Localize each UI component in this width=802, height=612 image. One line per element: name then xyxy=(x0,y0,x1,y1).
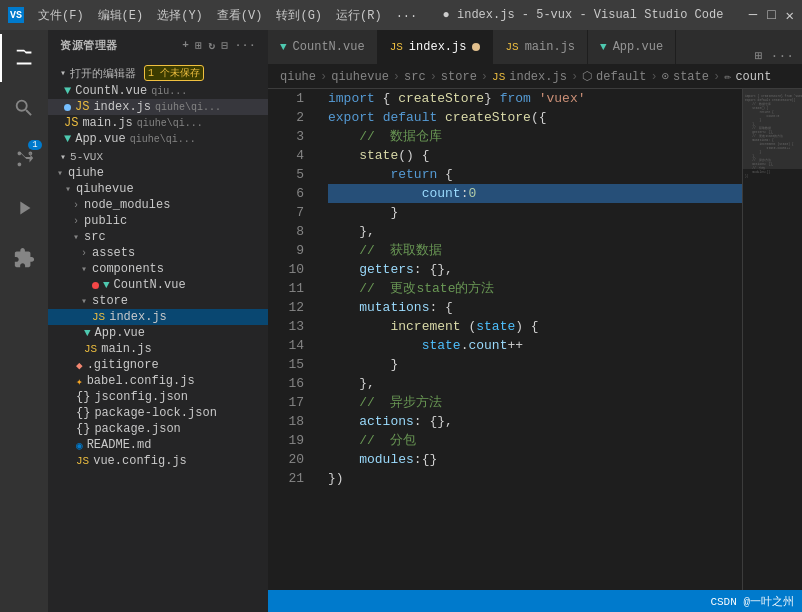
crumb-hexagon-icon: ⬡ xyxy=(582,69,592,84)
collapse-icon[interactable]: ⊟ xyxy=(222,39,229,52)
tree-package-lock[interactable]: {} package-lock.json xyxy=(48,405,268,421)
open-editors-section[interactable]: ▾ 打开的编辑器 1 个未保存 xyxy=(48,61,268,83)
project-section[interactable]: ▾ 5-VUX xyxy=(48,147,268,165)
tree-assets[interactable]: › assets xyxy=(48,245,268,261)
crumb-qiuhevue[interactable]: qiuhevue xyxy=(331,70,389,84)
tab-label-main: main.js xyxy=(525,40,575,54)
crumb-js-icon: JS xyxy=(492,71,505,83)
tab-icon-index: JS xyxy=(390,41,403,53)
menu-edit[interactable]: 编辑(E) xyxy=(98,7,144,24)
menu-view[interactable]: 查看(V) xyxy=(217,7,263,24)
prop-actions: actions xyxy=(359,412,414,431)
crumb-index-js[interactable]: index.js xyxy=(509,70,567,84)
tree-vue-config[interactable]: JS vue.config.js xyxy=(48,453,268,469)
tabs-more[interactable]: ⊞ ··· xyxy=(747,48,802,64)
window-controls[interactable]: ─ □ ✕ xyxy=(749,7,794,24)
menu-select[interactable]: 选择(Y) xyxy=(157,7,203,24)
kw-from: from xyxy=(500,89,531,108)
tree-babel[interactable]: ✦ babel.config.js xyxy=(48,373,268,389)
menu-bar[interactable]: 文件(F) 编辑(E) 选择(Y) 查看(V) 转到(G) 运行(R) ... xyxy=(38,7,417,24)
minimize-button[interactable]: ─ xyxy=(749,7,757,24)
ln-2: 2 xyxy=(268,108,304,127)
tree-countn-vue[interactable]: ▼ CountN.vue xyxy=(48,277,268,293)
new-file-icon[interactable]: + xyxy=(182,39,189,52)
crumb-src[interactable]: src xyxy=(404,70,426,84)
tree-readme[interactable]: ◉ README.md xyxy=(48,437,268,453)
tabs-more-icon[interactable]: ··· xyxy=(771,49,794,64)
watermark: CSDN @一叶之州 xyxy=(710,594,794,609)
code-line-4: state() { xyxy=(328,146,742,165)
crumb-store[interactable]: store xyxy=(441,70,477,84)
split-editor-icon[interactable]: ⊞ xyxy=(755,48,763,64)
close-button[interactable]: ✕ xyxy=(786,7,794,24)
ln-3: 3 xyxy=(268,127,304,146)
tree-app-vue[interactable]: ▼ App.vue xyxy=(48,325,268,341)
js-icon-main: JS xyxy=(84,343,97,355)
tree-index-js[interactable]: JS index.js xyxy=(48,309,268,325)
open-file-app-vue[interactable]: ▼ App.vue qiuhe\qi... xyxy=(48,131,268,147)
code-line-5: return { xyxy=(328,165,742,184)
activity-explorer[interactable] xyxy=(0,34,48,82)
tree-qiuhe[interactable]: ▾ qiuhe xyxy=(48,165,268,181)
activity-run[interactable] xyxy=(0,184,48,232)
tree-public[interactable]: › public xyxy=(48,213,268,229)
prop-count: count xyxy=(422,184,461,203)
open-file-index-js[interactable]: JS index.js qiuhe\qi... xyxy=(48,99,268,115)
crumb-qiuhe[interactable]: qiuhe xyxy=(280,70,316,84)
tab-main-js[interactable]: JS main.js xyxy=(493,30,588,64)
open-file-countn-vue[interactable]: ▼ CountN.vue qiu... xyxy=(48,83,268,99)
code-content[interactable]: import { createStore} from 'vuex' export… xyxy=(312,89,742,590)
menu-run[interactable]: 运行(R) xyxy=(336,7,382,24)
new-folder-icon[interactable]: ⊞ xyxy=(195,39,202,52)
tree-jsconfig[interactable]: {} jsconfig.json xyxy=(48,389,268,405)
tab-modified-dot xyxy=(472,43,480,51)
tab-label-index: index.js xyxy=(409,40,467,54)
red-dot-countn xyxy=(92,282,99,289)
comment-4: // 异步方法 xyxy=(359,393,442,412)
tree-arrow-components: ▾ xyxy=(76,263,92,275)
maximize-button[interactable]: □ xyxy=(767,7,775,24)
refresh-icon[interactable]: ↻ xyxy=(208,39,215,52)
open-editors-arrow: ▾ xyxy=(60,67,66,79)
tree-src[interactable]: ▾ src xyxy=(48,229,268,245)
tree-arrow-qiuhevue: ▾ xyxy=(60,183,76,195)
kw-export: export xyxy=(328,108,375,127)
ln-1: 1 xyxy=(268,89,304,108)
code-line-10: getters: {}, xyxy=(328,260,742,279)
sidebar-header-icons: + ⊞ ↻ ⊟ ··· xyxy=(182,39,256,52)
crumb-default[interactable]: default xyxy=(596,70,646,84)
file-name-app: App.vue xyxy=(75,132,125,146)
minimap[interactable]: import { createStore} from 'vuex' export… xyxy=(742,89,802,590)
tab-countn-vue[interactable]: ▼ CountN.vue xyxy=(268,30,378,64)
tabs-bar: ▼ CountN.vue JS index.js JS main.js ▼ Ap… xyxy=(268,30,802,65)
activity-source-control[interactable]: 1 xyxy=(0,134,48,182)
sidebar-header: 资源管理器 + ⊞ ↻ ⊟ ··· xyxy=(48,30,268,61)
project-arrow: ▾ xyxy=(60,151,66,163)
activity-extensions[interactable] xyxy=(0,234,48,282)
code-line-1: import { createStore} from 'vuex' xyxy=(328,89,742,108)
source-control-icon xyxy=(13,147,35,169)
tree-gitignore[interactable]: ◆ .gitignore xyxy=(48,357,268,373)
menu-more[interactable]: ... xyxy=(396,7,418,24)
open-file-main-js[interactable]: JS main.js qiuhe\qi... xyxy=(48,115,268,131)
tree-qiuhevue[interactable]: ▾ qiuhevue xyxy=(48,181,268,197)
ln-10: 10 xyxy=(268,260,304,279)
more-icon[interactable]: ··· xyxy=(235,39,256,52)
tab-app-vue[interactable]: ▼ App.vue xyxy=(588,30,676,64)
tree-node-modules[interactable]: › node_modules xyxy=(48,197,268,213)
ln-16: 16 xyxy=(268,374,304,393)
crumb-state[interactable]: state xyxy=(673,70,709,84)
tree-components[interactable]: ▾ components xyxy=(48,261,268,277)
menu-file[interactable]: 文件(F) xyxy=(38,7,84,24)
crumb-count[interactable]: count xyxy=(735,70,771,84)
ln-5: 5 xyxy=(268,165,304,184)
menu-goto[interactable]: 转到(G) xyxy=(276,7,322,24)
activity-search[interactable] xyxy=(0,84,48,132)
code-editor[interactable]: 1 2 3 4 5 6 7 8 9 10 11 12 13 14 15 16 1… xyxy=(268,89,802,590)
tree-package[interactable]: {} package.json xyxy=(48,421,268,437)
tree-main-js[interactable]: JS main.js xyxy=(48,341,268,357)
tree-arrow-store: ▾ xyxy=(76,295,92,307)
json-icon-package: {} xyxy=(76,422,90,436)
tree-store[interactable]: ▾ store xyxy=(48,293,268,309)
tab-index-js[interactable]: JS index.js xyxy=(378,30,494,64)
